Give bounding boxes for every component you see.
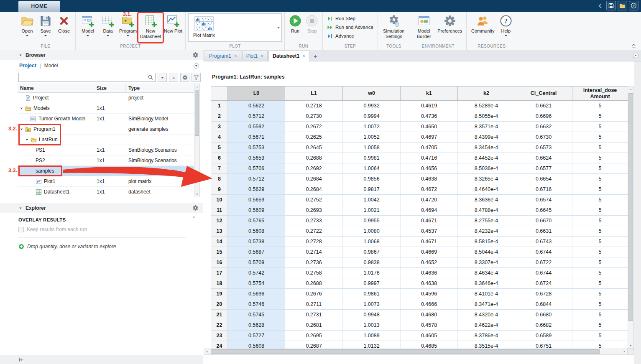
data-button[interactable]: Data	[98, 13, 117, 42]
scroll-up-icon[interactable]	[628, 87, 633, 92]
cell[interactable]: 5	[572, 184, 628, 195]
row-number[interactable]: 17	[211, 268, 228, 278]
cell[interactable]: 0.5712	[228, 174, 285, 184]
cell[interactable]: 0.2676	[285, 289, 343, 299]
cell[interactable]: 0.2728	[285, 237, 343, 247]
cell[interactable]: 0.6744	[515, 268, 572, 278]
quick-help-button[interactable]: ?	[629, 1, 638, 10]
cell[interactable]: 0.9867	[343, 247, 401, 257]
column-header-size[interactable]: Size	[94, 84, 126, 92]
cell[interactable]: 0.4694	[401, 205, 458, 216]
cell[interactable]: 8.4452e-4	[458, 153, 515, 163]
collapse-triangle-icon[interactable]	[18, 206, 23, 210]
tree-row-tumor-growth-model[interactable]: Tumor Growth Model1x1SimBiology.Model	[18, 114, 200, 124]
keep-results-checkbox[interactable]	[18, 227, 24, 232]
community-button[interactable]: Community	[469, 13, 497, 42]
cell[interactable]: 0.6722	[515, 257, 572, 268]
row-number[interactable]: 8	[211, 174, 228, 184]
filter-button[interactable]	[192, 73, 201, 82]
search-settings-button[interactable]	[180, 73, 189, 82]
cell[interactable]: 5	[572, 237, 628, 247]
column-header-name[interactable]: Name	[18, 84, 94, 92]
cell[interactable]: 0.4650	[401, 122, 458, 132]
scrollbar-thumb[interactable]	[195, 90, 199, 136]
cell[interactable]: 0.4705	[401, 143, 458, 153]
row-number[interactable]: 21	[211, 310, 228, 320]
column-header-k1[interactable]: k1	[401, 87, 458, 101]
cell[interactable]: 0.2752	[285, 195, 343, 205]
column-header-w0[interactable]: w0	[343, 87, 401, 101]
cell[interactable]: 0.4666	[401, 299, 458, 310]
cell[interactable]: 0.6624	[515, 153, 572, 163]
cell[interactable]: 5	[572, 226, 628, 237]
cell[interactable]: 8.3307e-4	[458, 257, 515, 268]
row-number[interactable]: 15	[211, 247, 228, 257]
cell[interactable]: 5	[572, 331, 628, 341]
vertical-scrollbar[interactable]	[628, 86, 634, 349]
gallery-dropdown-button[interactable]	[275, 14, 281, 41]
cell[interactable]: 1.0089	[343, 331, 401, 341]
explorer-scroll-up-icon[interactable]	[192, 214, 196, 219]
cell[interactable]: 0.6696	[515, 111, 572, 122]
cell[interactable]: 0.4671	[401, 237, 458, 247]
cell[interactable]: 0.4636	[401, 268, 458, 278]
cell[interactable]: 0.2714	[285, 247, 343, 257]
cell[interactable]: 0.4537	[401, 226, 458, 237]
row-number[interactable]: 20	[211, 299, 228, 310]
row-number[interactable]: 13	[211, 226, 228, 237]
row-number[interactable]: 16	[211, 257, 228, 268]
search-prev-button[interactable]	[169, 73, 178, 82]
cell[interactable]: 0.4656	[401, 163, 458, 174]
search-next-button[interactable]	[158, 73, 167, 82]
cell[interactable]: 5	[572, 111, 628, 122]
help-button[interactable]: ?Help	[498, 13, 514, 42]
cell[interactable]: 0.6844	[515, 299, 572, 310]
cell[interactable]: 8.5044e-4	[458, 247, 515, 257]
cell[interactable]: 0.9932	[343, 101, 401, 111]
cell[interactable]: 0.2731	[285, 310, 343, 320]
cell[interactable]: 0.2687	[285, 341, 343, 349]
cell[interactable]: 0.6730	[515, 132, 572, 143]
open-button[interactable]: Open	[18, 13, 36, 42]
cell[interactable]: 8.4320e-4	[458, 310, 515, 320]
cell[interactable]: 5	[572, 257, 628, 268]
cell[interactable]: 0.6645	[515, 205, 572, 216]
cell[interactable]: 0.6589	[515, 331, 572, 341]
cell[interactable]: 0.4619	[401, 101, 458, 111]
cell[interactable]: 8.2755e-4	[458, 216, 515, 226]
row-number[interactable]: 1	[211, 101, 228, 111]
scroll-down-icon[interactable]	[194, 191, 199, 197]
row-number[interactable]: 2	[211, 111, 228, 122]
cell[interactable]: 8.5815e-4	[458, 237, 515, 247]
cell[interactable]: 0.2733	[285, 216, 343, 226]
cell[interactable]: 5	[572, 341, 628, 349]
cell[interactable]: 0.9997	[343, 278, 401, 289]
cell[interactable]: 0.6632	[515, 122, 572, 132]
model-builder-button[interactable]: Model Builder	[413, 13, 435, 42]
row-number[interactable]: 5	[211, 143, 228, 153]
preferences-button[interactable]: Preferences	[436, 13, 464, 42]
view-project-link[interactable]: Project	[19, 63, 36, 69]
cell[interactable]: 0.5608	[228, 226, 285, 237]
cell[interactable]: 0.6744	[515, 247, 572, 257]
cell[interactable]: 0.9861	[343, 289, 401, 299]
cell[interactable]: 0.2688	[285, 153, 343, 163]
row-number[interactable]: 7	[211, 163, 228, 174]
cell[interactable]: 0.5727	[228, 331, 285, 341]
cell[interactable]: 1.0064	[343, 163, 401, 174]
column-header-k2[interactable]: k2	[458, 87, 515, 101]
stop-button[interactable]: Stop	[304, 13, 320, 42]
cell[interactable]: 8.3265e-4	[458, 174, 515, 184]
cell[interactable]: 5	[572, 132, 628, 143]
cell[interactable]: 0.5706	[228, 163, 285, 174]
cell[interactable]: 0.6724	[515, 278, 572, 289]
cell[interactable]: 8.4640e-4	[458, 184, 515, 195]
doc-tab-program1[interactable]: Program1×	[205, 51, 241, 61]
row-number[interactable]: 10	[211, 195, 228, 205]
row-number[interactable]: 24	[211, 341, 228, 349]
cell[interactable]: 5	[572, 216, 628, 226]
cell[interactable]: 0.6743	[515, 237, 572, 247]
scroll-left-icon[interactable]	[204, 349, 209, 354]
cell[interactable]: 8.5036e-4	[458, 163, 515, 174]
cell[interactable]: 0.5746	[228, 299, 285, 310]
